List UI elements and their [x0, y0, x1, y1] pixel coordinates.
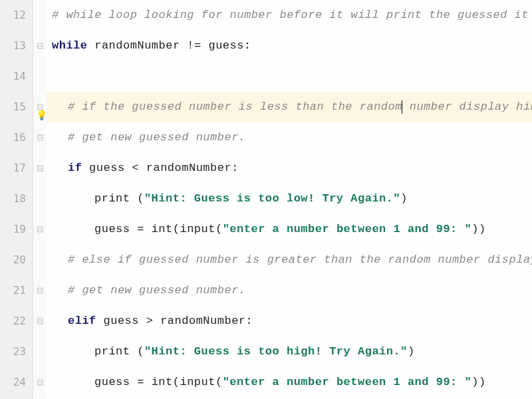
- line-number: 21: [0, 275, 33, 306]
- code-line[interactable]: # get new guessed number.: [47, 122, 532, 153]
- token-builtin: input: [180, 376, 215, 388]
- code-line[interactable]: # get new guessed number.: [47, 275, 532, 306]
- line-number: 13: [0, 31, 33, 61]
- token-identifier: guess: [89, 162, 132, 174]
- code-area[interactable]: # while loop looking for number before i…: [47, 0, 532, 399]
- token-keyword: if: [68, 162, 89, 174]
- fold-marker[interactable]: ⊟: [33, 214, 47, 245]
- token-builtin: print: [94, 345, 137, 358]
- line-number: 18: [0, 184, 33, 214]
- token-comment: # get new guessed number.: [68, 131, 246, 144]
- token-comment: # if the guessed number is less than the…: [68, 100, 402, 113]
- token-builtin: int: [152, 376, 173, 388]
- line-number: 14: [0, 61, 33, 92]
- intention-bulb-icon[interactable]: 💡: [36, 100, 45, 112]
- token-identifier: guess: [208, 39, 244, 52]
- code-line[interactable]: guess = int(input("enter a number betwee…: [47, 214, 532, 245]
- code-line[interactable]: [47, 61, 532, 92]
- token-operator: >: [146, 315, 160, 327]
- token-paren: ): [408, 345, 415, 358]
- code-line[interactable]: print ("Hint: Guess is too low! Try Agai…: [47, 184, 532, 214]
- token-identifier: guess: [104, 315, 146, 327]
- fold-marker: [33, 184, 47, 214]
- fold-marker[interactable]: ⊟: [33, 367, 47, 398]
- line-number: 23: [0, 336, 33, 367]
- token-paren: (: [137, 192, 144, 205]
- line-number: 12: [0, 0, 33, 31]
- fold-gutter: ⊟⊟⊟⊟⊟⊟⊟⊟: [33, 0, 47, 399]
- code-editor: 1213141516171819202122232425 ⊟⊟⊟⊟⊟⊟⊟⊟ # …: [0, 0, 532, 399]
- fold-marker: [33, 0, 47, 31]
- token-keyword: elif: [68, 315, 104, 327]
- line-number: 20: [0, 245, 33, 275]
- token-string: "Hint: Guess is too high! Try Again.": [144, 345, 408, 358]
- token-builtin: int: [152, 223, 173, 235]
- fold-marker[interactable]: ⊟: [33, 31, 47, 61]
- line-number: 16: [0, 122, 33, 153]
- token-operator: :: [231, 162, 239, 174]
- line-number: 15: [0, 92, 33, 122]
- token-paren: (: [173, 376, 180, 388]
- token-string: "enter a number between 1 and 99: ": [223, 223, 472, 235]
- token-string: "Hint: Guess is too low! Try Again.": [144, 192, 400, 205]
- token-comment: # while loop looking for number before i…: [52, 9, 532, 21]
- code-line[interactable]: elif guess > randomNumber:: [47, 306, 532, 336]
- token-comment: # get new guessed number.: [68, 284, 246, 297]
- code-line[interactable]: print ("Hint: Guess is too high! Try Aga…: [47, 336, 532, 367]
- code-line[interactable]: 💡# if the guessed number is less than th…: [47, 92, 532, 122]
- line-number: 17: [0, 153, 33, 184]
- token-operator: :: [246, 315, 253, 327]
- token-string: "enter a number between 1 and 99: ": [223, 376, 472, 388]
- token-operator: :: [244, 39, 251, 52]
- line-number: 24: [0, 367, 33, 398]
- token-paren: )): [471, 376, 485, 388]
- token-paren: (: [137, 345, 144, 358]
- token-builtin: print: [94, 192, 137, 205]
- token-keyword: while: [52, 39, 94, 52]
- token-operator: !=: [187, 39, 208, 52]
- line-number: 22: [0, 306, 33, 336]
- code-line[interactable]: # while loop looking for number before i…: [47, 0, 532, 31]
- token-identifier: randomNumber: [160, 315, 245, 327]
- line-number: 19: [0, 214, 33, 245]
- token-identifier: randomNumber: [94, 39, 187, 52]
- token-paren: (: [173, 223, 180, 235]
- fold-marker[interactable]: ⊟: [33, 153, 47, 184]
- token-builtin: input: [180, 223, 215, 235]
- fold-marker: [33, 245, 47, 275]
- token-identifier: guess: [94, 376, 137, 388]
- token-operator: =: [137, 223, 151, 235]
- fold-marker[interactable]: ⊟: [33, 122, 47, 153]
- token-paren: ): [400, 192, 408, 205]
- code-line[interactable]: if guess < randomNumber:: [47, 153, 532, 184]
- token-operator: =: [137, 376, 151, 388]
- token-paren: (: [215, 223, 223, 235]
- code-line[interactable]: # else if guessed number is greater than…: [47, 245, 532, 275]
- token-identifier: guess: [94, 223, 137, 235]
- code-line[interactable]: guess = int(input("enter a number betwee…: [47, 367, 532, 398]
- token-comment: # else if guessed number is greater than…: [68, 253, 532, 266]
- fold-marker: [33, 336, 47, 367]
- line-number-gutter: 1213141516171819202122232425: [0, 0, 33, 399]
- code-line[interactable]: while randomNumber != guess:: [47, 31, 532, 61]
- token-paren: (: [215, 376, 223, 388]
- token-comment: number display hint.: [402, 100, 532, 113]
- token-identifier: randomNumber: [146, 162, 231, 174]
- fold-marker: [33, 61, 47, 92]
- fold-marker[interactable]: ⊟: [33, 275, 47, 306]
- token-operator: <: [132, 162, 146, 174]
- fold-marker[interactable]: ⊟: [33, 306, 47, 336]
- token-paren: )): [471, 223, 485, 235]
